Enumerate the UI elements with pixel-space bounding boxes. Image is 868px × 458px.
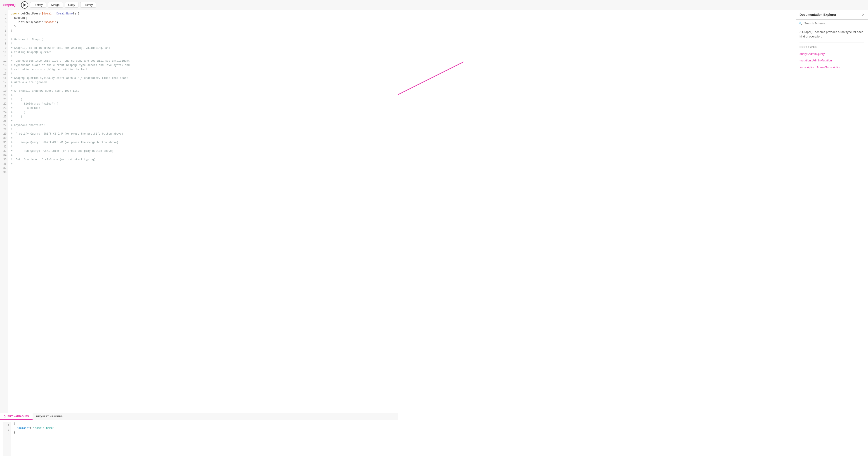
code-line: # Keyboard shortcuts: xyxy=(11,123,395,128)
line-number: 4 xyxy=(0,25,8,29)
root-types-section-title: ROOT TYPES xyxy=(800,45,864,49)
code-line: # An example GraphQL query might look li… xyxy=(11,89,395,93)
code-line: # Merge Query: Shift-Ctrl-M (or press th… xyxy=(11,140,395,145)
root-type-row: subscription: AdminSubscription xyxy=(800,65,864,70)
root-type-link[interactable]: AdminMutation xyxy=(812,59,832,62)
code-line: # } xyxy=(11,115,395,119)
code-line: # xyxy=(11,128,395,132)
code-line: # validation errors highlighted within t… xyxy=(11,68,395,72)
root-type-link[interactable]: AdminQuery xyxy=(808,52,825,56)
variables-content[interactable]: { "domain": "domain_name"} xyxy=(11,422,57,456)
code-line: # Welcome to GraphiQL xyxy=(11,37,395,42)
history-button[interactable]: History xyxy=(80,2,96,8)
var-line-number: 1 xyxy=(3,424,11,428)
line-number: 17 xyxy=(0,80,8,85)
prettify-button[interactable]: Prettify xyxy=(30,2,46,8)
code-line xyxy=(11,166,395,170)
line-number: 26 xyxy=(0,119,8,123)
line-number: 3 xyxy=(0,20,8,25)
code-line: # xyxy=(11,93,395,98)
toolbar: GraphiQL Prettify Merge Copy History xyxy=(0,0,868,10)
line-number: 5 xyxy=(0,29,8,33)
var-line-number: 3 xyxy=(3,432,11,436)
code-line xyxy=(11,170,395,175)
doc-search-bar[interactable]: 🔍 xyxy=(796,20,868,27)
line-number: 33 xyxy=(0,149,8,153)
doc-search-input[interactable] xyxy=(804,22,865,25)
bottom-panel: QUERY VARIABLES REQUEST HEADERS 123 { "d… xyxy=(0,413,398,458)
line-number: 38 xyxy=(0,170,8,175)
tab-query-variables[interactable]: QUERY VARIABLES xyxy=(0,413,33,420)
line-number: 12 xyxy=(0,59,8,63)
line-number: 9 xyxy=(0,46,8,51)
line-number: 6 xyxy=(0,33,8,37)
line-number: 27 xyxy=(0,123,8,128)
var-line: { xyxy=(13,422,54,426)
line-number: 22 xyxy=(0,102,8,106)
line-number: 13 xyxy=(0,63,8,68)
code-line: query getChatUsers($domain: DomainName!)… xyxy=(11,12,395,16)
var-line: } xyxy=(13,430,54,435)
code-line: # xyxy=(11,153,395,158)
root-type-label: query xyxy=(800,52,807,56)
line-number: 23 xyxy=(0,106,8,110)
code-line: # with a # are ignored. xyxy=(11,80,395,85)
line-numbers: 1234567891011121314151617181920212223242… xyxy=(0,10,8,413)
svg-line-1 xyxy=(398,62,464,145)
line-number: 30 xyxy=(0,136,8,140)
code-line: # } xyxy=(11,110,395,115)
variables-line-numbers: 123 xyxy=(3,422,11,456)
line-number: 37 xyxy=(0,166,8,170)
editor-area[interactable]: 1234567891011121314151617181920212223242… xyxy=(0,10,398,413)
play-icon xyxy=(24,3,26,6)
code-line: # xyxy=(11,55,395,59)
code-line: # testing GraphQL queries. xyxy=(11,51,395,55)
code-line: # Auto Complete: Ctrl-Space (or just sta… xyxy=(11,158,395,162)
root-type-row: query: AdminQuery xyxy=(800,52,864,56)
bottom-tabs: QUERY VARIABLES REQUEST HEADERS xyxy=(0,413,398,420)
code-line: # xyxy=(11,72,395,76)
code-line: # field(arg: "value") { xyxy=(11,102,395,106)
line-number: 10 xyxy=(0,51,8,55)
line-number: 20 xyxy=(0,93,8,98)
code-editor[interactable]: query getChatUsers($domain: DomainName!)… xyxy=(8,10,398,413)
line-number: 1 xyxy=(0,12,8,16)
root-type-label: mutation xyxy=(800,59,811,62)
doc-header: Documentation Explorer × xyxy=(796,10,868,20)
line-number: 28 xyxy=(0,128,8,132)
code-line: # { xyxy=(11,98,395,102)
schema-description: A GraphQL schema provides a root type fo… xyxy=(800,30,864,39)
left-panel: 1234567891011121314151617181920212223242… xyxy=(0,10,398,458)
code-line: # GraphQL queries typically start with a… xyxy=(11,76,395,80)
line-number: 32 xyxy=(0,145,8,149)
main-layout: 1234567891011121314151617181920212223242… xyxy=(0,10,868,458)
line-number: 25 xyxy=(0,115,8,119)
code-line: # xyxy=(11,162,395,166)
code-line xyxy=(11,33,395,37)
line-number: 19 xyxy=(0,89,8,93)
code-line: } xyxy=(11,29,395,33)
app-title: GraphiQL xyxy=(3,3,18,7)
code-line: # Type queries into this side of the scr… xyxy=(11,59,395,63)
bottom-content[interactable]: 123 { "domain": "domain_name"} xyxy=(0,420,398,458)
doc-close-button[interactable]: × xyxy=(862,13,864,17)
line-number: 34 xyxy=(0,153,8,158)
merge-button[interactable]: Merge xyxy=(48,2,63,8)
root-type-link[interactable]: AdminSubscription xyxy=(817,65,841,69)
copy-button[interactable]: Copy xyxy=(65,2,79,8)
line-number: 21 xyxy=(0,98,8,102)
root-type-row: mutation: AdminMutation xyxy=(800,58,864,63)
line-number: 16 xyxy=(0,76,8,80)
var-line-number: 2 xyxy=(3,428,11,432)
code-line: } xyxy=(11,25,395,29)
var-line: "domain": "domain_name" xyxy=(13,426,54,430)
line-number: 24 xyxy=(0,110,8,115)
line-number: 14 xyxy=(0,68,8,72)
line-number: 15 xyxy=(0,72,8,76)
search-icon: 🔍 xyxy=(799,22,802,25)
line-number: 2 xyxy=(0,16,8,20)
code-line: # typeaheads aware of the current GraphQ… xyxy=(11,63,395,68)
line-number: 35 xyxy=(0,158,8,162)
run-button[interactable] xyxy=(21,1,28,8)
tab-request-headers[interactable]: REQUEST HEADERS xyxy=(33,413,66,420)
